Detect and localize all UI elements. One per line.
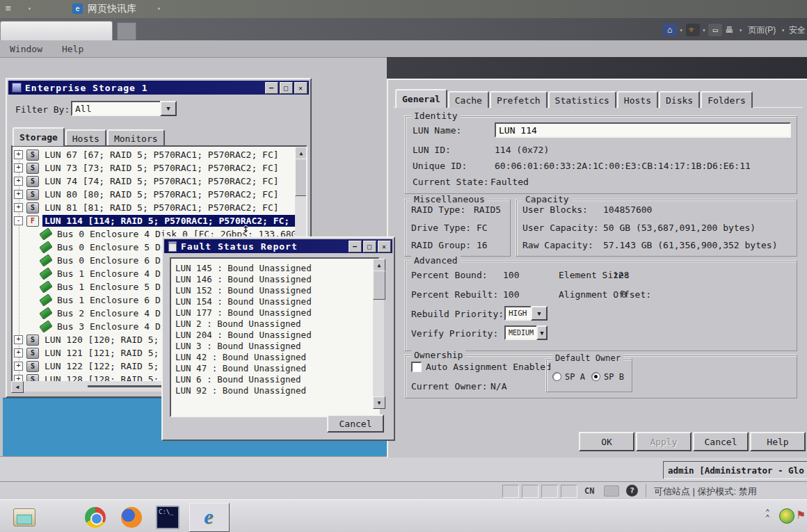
close-button[interactable]: ✕	[378, 241, 391, 252]
tree-item-label[interactable]: Bus 0 Enclosure 6 Disk	[55, 255, 179, 266]
fault-list-item[interactable]: LUN 146 : Bound Unassigned	[175, 274, 378, 285]
expand-toggle[interactable]: +	[14, 163, 23, 172]
fault-list-vscrollbar[interactable]: ▲ ▼	[373, 259, 384, 409]
internet-explorer-icon[interactable]: e	[197, 505, 221, 529]
chevron-down-icon[interactable]: ▾	[680, 27, 683, 33]
tab-monitors[interactable]: Monitors	[107, 129, 165, 146]
maximize-button[interactable]: □	[363, 241, 376, 252]
expand-toggle[interactable]: +	[14, 362, 23, 371]
tab-statistics[interactable]: Statistics	[548, 91, 616, 108]
home-icon[interactable]: ⌂	[663, 24, 677, 36]
fault-list-item[interactable]: LUN 177 : Bound Unassigned	[175, 307, 378, 319]
sp-b-radio[interactable]	[591, 372, 600, 381]
auto-assignment-checkbox[interactable]	[411, 362, 422, 372]
firefox-icon[interactable]	[120, 506, 143, 529]
expand-toggle[interactable]: +	[14, 177, 23, 186]
expand-toggle[interactable]: +	[14, 203, 23, 212]
new-tab-button[interactable]	[117, 22, 136, 40]
expand-toggle[interactable]: +	[14, 335, 23, 344]
tree-item-label[interactable]: Bus 2 Enclosure 4 Disk	[55, 307, 179, 319]
tree-item-label[interactable]: LUN 67 [67; RAID 5; P570RAC1; P570RAC2; …	[42, 149, 281, 161]
sp-a-radio[interactable]	[552, 372, 561, 381]
print-icon[interactable]: 🖶	[722, 24, 736, 36]
storage-window-titlebar[interactable]: Enterprise Storage 1 – □ ✕	[8, 81, 309, 95]
tray-safety-icon[interactable]	[779, 508, 794, 524]
tab-cache[interactable]: Cache	[448, 91, 489, 108]
favorites-menu-glyph[interactable]: ≡	[6, 3, 11, 13]
file-explorer-icon[interactable]	[13, 506, 36, 529]
tab-disks[interactable]: Disks	[659, 91, 700, 108]
dropdown-arrow-icon[interactable]: ▼	[531, 306, 548, 321]
fault-list-item[interactable]: LUN 3 : Bound Unassigned	[175, 341, 378, 352]
fault-list-item[interactable]: LUN 152 : Bound Unassigned	[175, 285, 378, 296]
scroll-thumb[interactable]	[373, 271, 385, 300]
browser-tab[interactable]	[0, 21, 113, 41]
cmd-icon[interactable]: C:\_	[156, 506, 179, 529]
tree-item-label[interactable]: Bus 1 Enclosure 4 Disk	[55, 268, 179, 280]
fault-list-item[interactable]: LUN 2 : Bound Unassigned	[175, 319, 378, 330]
tray-flag-icon[interactable]: ⚑	[797, 507, 805, 522]
chevron-down-icon[interactable]: ▾	[28, 6, 31, 12]
tray-chevron-icon[interactable]: ⌃⌃	[765, 510, 770, 521]
rss-feed-icon[interactable]: ᯤ	[686, 24, 700, 36]
scroll-up-icon[interactable]: ▲	[373, 259, 385, 271]
tab-hosts[interactable]: Hosts	[65, 129, 106, 146]
chevron-down-icon[interactable]: ▾	[157, 6, 161, 12]
chrome-icon[interactable]	[83, 506, 107, 529]
menu-window[interactable]: Window	[10, 44, 42, 54]
active-task-frame[interactable]: e	[189, 503, 230, 532]
tab-prefetch[interactable]: Prefetch	[490, 91, 548, 108]
filter-combobox[interactable]: All ▼	[71, 101, 177, 116]
cancel-button[interactable]: Cancel	[693, 432, 749, 451]
menu-help[interactable]: Help	[62, 44, 83, 54]
scroll-left-icon[interactable]: ◀	[11, 381, 24, 393]
tree-item-label[interactable]: LUN 73 [73; RAID 5; P570RAC1; P570RAC2; …	[42, 162, 281, 174]
fault-dialog-titlebar[interactable]: Fault Status Report – □ ✕	[164, 239, 392, 253]
fault-list-item[interactable]: LUN 47 : Bound Unassigned	[175, 363, 378, 374]
help-status-icon[interactable]: ?	[626, 485, 638, 497]
tree-item-label[interactable]: LUN 81 [81; RAID 5; P570RAC1; P570RAC2; …	[42, 202, 281, 213]
chevron-down-icon[interactable]: ▾	[703, 27, 706, 33]
fault-list-item[interactable]: LUN 42 : Bound Unassigned	[175, 352, 378, 363]
fault-list-item[interactable]: LUN 204 : Bound Unassigned	[175, 330, 378, 341]
fault-list-item[interactable]: LUN 154 : Bound Unassigned	[175, 296, 378, 307]
fault-list[interactable]: LUN 145 : Bound Unassigned LUN 146 : Bou…	[170, 257, 380, 417]
scroll-up-icon[interactable]: ▲	[295, 147, 307, 159]
fault-list-item[interactable]: LUN 145 : Bound Unassigned	[175, 263, 378, 274]
tab-hosts[interactable]: Hosts	[617, 91, 658, 108]
scroll-down-icon[interactable]: ▼	[373, 396, 385, 409]
expand-toggle[interactable]: +	[14, 150, 23, 159]
tab-general[interactable]: General	[395, 89, 447, 108]
ok-button[interactable]: OK	[579, 432, 634, 451]
tree-item-label[interactable]: LUN 80 [80; RAID 5; P570RAC1; P570RAC2; …	[42, 188, 281, 200]
tree-item-label[interactable]: Bus 0 Enclosure 5 Disk	[55, 241, 179, 253]
expand-toggle[interactable]: +	[14, 190, 23, 199]
help-button[interactable]: Help	[750, 432, 806, 451]
dropdown-arrow-icon[interactable]: ▼	[160, 101, 177, 116]
rebuild-priority-combobox[interactable]: HIGH ▼	[504, 306, 548, 321]
lun-name-input[interactable]	[495, 122, 791, 138]
minimize-button[interactable]: –	[265, 82, 278, 94]
chevron-down-icon[interactable]: ▾	[739, 27, 742, 33]
apply-button[interactable]: Apply	[636, 432, 692, 451]
verify-priority-combobox[interactable]: MEDIUM ▼	[504, 325, 548, 340]
minimize-button[interactable]: –	[349, 241, 362, 252]
scroll-thumb[interactable]	[295, 159, 307, 196]
dropdown-arrow-icon[interactable]: ▼	[536, 325, 548, 340]
page-menu[interactable]: 页面(P)	[748, 24, 776, 36]
language-indicator[interactable]: CN	[584, 486, 594, 496]
tab-storage[interactable]: Storage	[13, 127, 65, 146]
collapse-toggle[interactable]: -	[14, 216, 23, 225]
safety-menu[interactable]: 安全	[789, 24, 806, 36]
tree-item-label[interactable]: Bus 1 Enclosure 6 Disk	[55, 294, 179, 306]
tree-item-label[interactable]: Bus 3 Enclosure 4 Disk	[55, 321, 179, 332]
fault-list-item[interactable]: LUN 92 : Bound Unassigned	[175, 385, 378, 396]
tab-folders[interactable]: Folders	[701, 91, 753, 108]
tree-item-label[interactable]: LUN 74 [74; RAID 5; P570RAC1; P570RAC2; …	[42, 175, 281, 187]
chevron-down-icon[interactable]: ▾	[781, 27, 785, 33]
close-button[interactable]: ✕	[294, 82, 307, 94]
maximize-button[interactable]: □	[280, 82, 293, 94]
tree-item-label[interactable]: LUN 114 [114; RAID 5; P570RAC1; P570RAC2…	[42, 215, 306, 227]
expand-toggle[interactable]: +	[14, 348, 23, 357]
tree-item-label[interactable]: Bus 1 Enclosure 5 Disk	[55, 281, 179, 293]
